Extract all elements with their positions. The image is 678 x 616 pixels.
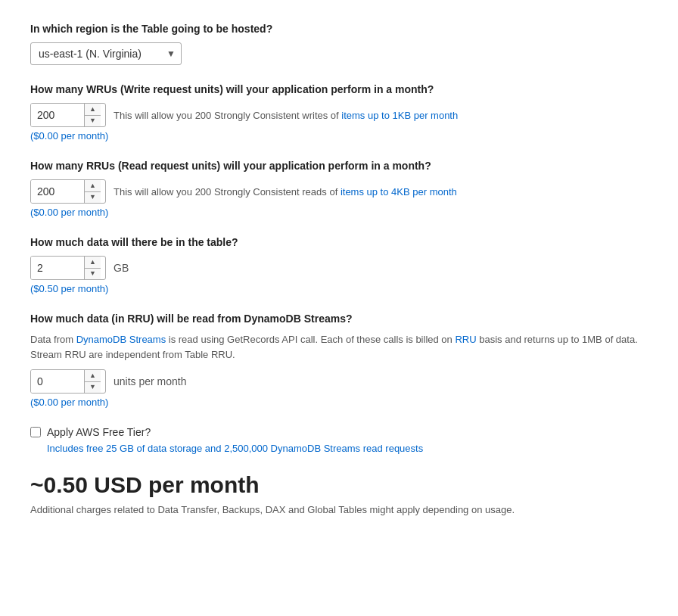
- data-input-row: ▲ ▼ GB: [30, 256, 648, 280]
- free-tier-checkbox[interactable]: [30, 427, 41, 437]
- wru-cost: ($0.00 per month): [30, 130, 648, 142]
- wru-input-row: ▲ ▼ This will allow you 200 Strongly Con…: [30, 103, 648, 127]
- data-question: How much data will there be in the table…: [30, 236, 648, 248]
- free-tier-label[interactable]: Apply AWS Free Tier?: [47, 426, 151, 438]
- region-select[interactable]: us-east-1 (N. Virginia) us-east-2 (Ohio)…: [30, 42, 182, 65]
- streams-section: How much data (in RRU) will be read from…: [30, 313, 648, 408]
- additional-charges: Additional charges related to Data Trans…: [30, 504, 648, 515]
- streams-increment-button[interactable]: ▲: [85, 370, 101, 382]
- rru-section: How many RRUs (Read request units) will …: [30, 160, 648, 218]
- data-input-wrapper: ▲ ▼: [30, 256, 106, 280]
- data-increment-button[interactable]: ▲: [85, 257, 101, 269]
- wru-spinner: ▲ ▼: [84, 104, 101, 126]
- data-cost: ($0.50 per month): [30, 283, 648, 294]
- wru-decrement-button[interactable]: ▼: [85, 116, 101, 127]
- streams-cost: ($0.00 per month): [30, 397, 648, 408]
- free-tier-note: Includes free 25 GB of data storage and …: [47, 443, 648, 454]
- total-section: ~0.50 USD per month Additional charges r…: [30, 472, 648, 515]
- free-tier-checkbox-row: Apply AWS Free Tier?: [30, 426, 648, 438]
- wru-section: How many WRUs (Write request units) will…: [30, 83, 648, 142]
- rru-decrement-button[interactable]: ▼: [85, 192, 101, 204]
- region-section: In which region is the Table going to be…: [30, 23, 648, 65]
- wru-increment-button[interactable]: ▲: [85, 104, 101, 116]
- streams-highlight-1: DynamoDB Streams: [76, 334, 166, 345]
- streams-spinner: ▲ ▼: [84, 370, 101, 393]
- wru-question: How many WRUs (Write request units) will…: [30, 83, 648, 95]
- streams-question: How much data (in RRU) will be read from…: [30, 313, 648, 325]
- rru-increment-button[interactable]: ▲: [85, 180, 101, 192]
- rru-spinner: ▲ ▼: [84, 180, 101, 203]
- wru-highlight: items up to 1KB per month: [341, 110, 458, 121]
- region-select-wrapper: us-east-1 (N. Virginia) us-east-2 (Ohio)…: [30, 42, 182, 65]
- rru-input[interactable]: [31, 180, 84, 203]
- wru-input[interactable]: [31, 104, 84, 126]
- data-unit: GB: [114, 262, 129, 274]
- streams-input[interactable]: [31, 370, 84, 393]
- data-decrement-button[interactable]: ▼: [85, 269, 101, 280]
- data-spinner: ▲ ▼: [84, 257, 101, 279]
- total-price: ~0.50 USD per month: [30, 472, 648, 498]
- rru-highlight: items up to 4KB per month: [341, 186, 457, 198]
- wru-info: This will allow you 200 Strongly Consist…: [114, 110, 458, 121]
- streams-description: Data from DynamoDB Streams is read using…: [30, 332, 648, 362]
- wru-input-wrapper: ▲ ▼: [30, 103, 106, 127]
- data-input[interactable]: [31, 257, 84, 279]
- streams-decrement-button[interactable]: ▼: [85, 382, 101, 394]
- streams-input-row: ▲ ▼ units per month: [30, 369, 648, 394]
- rru-question: How many RRUs (Read request units) will …: [30, 160, 648, 172]
- rru-info: This will allow you 200 Strongly Consist…: [114, 186, 457, 198]
- data-section: How much data will there be in the table…: [30, 236, 648, 294]
- region-question: In which region is the Table going to be…: [30, 23, 648, 35]
- rru-input-wrapper: ▲ ▼: [30, 179, 106, 204]
- rru-input-row: ▲ ▼ This will allow you 200 Strongly Con…: [30, 179, 648, 204]
- streams-highlight-2: RRU: [455, 334, 476, 345]
- streams-unit: units per month: [114, 375, 187, 387]
- rru-cost: ($0.00 per month): [30, 207, 648, 218]
- free-tier-section: Apply AWS Free Tier? Includes free 25 GB…: [30, 426, 648, 454]
- streams-input-wrapper: ▲ ▼: [30, 369, 106, 394]
